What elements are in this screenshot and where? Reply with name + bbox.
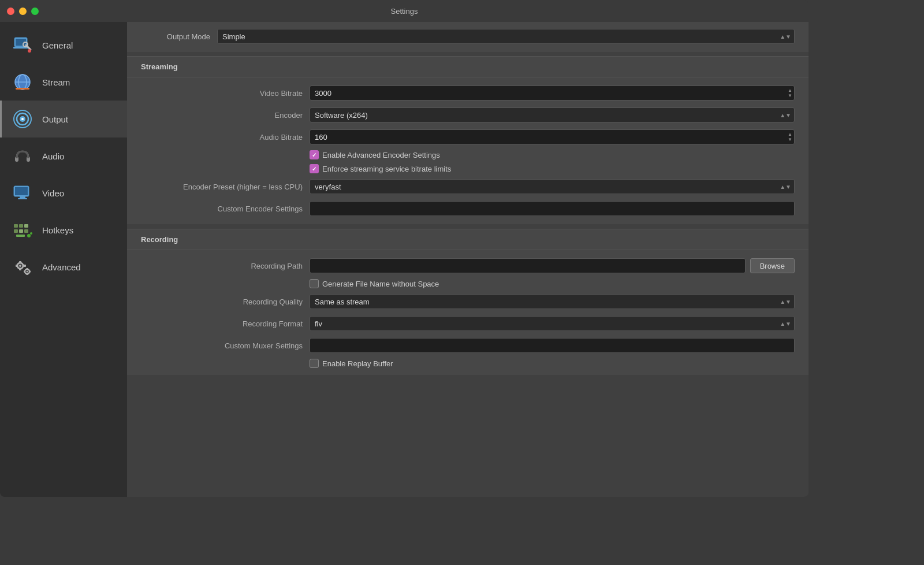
output-mode-select-wrapper: Simple Advanced ▲▼	[217, 29, 795, 44]
advanced-encoder-checkbox-wrapper: ✓ Enable Advanced Encoder Settings	[310, 150, 440, 159]
audio-label: Audio	[42, 151, 64, 161]
svg-rect-20	[18, 198, 27, 199]
sidebar-item-stream[interactable]: Stream	[0, 64, 127, 101]
svg-rect-35	[24, 265, 26, 267]
main-container: General Stream	[0, 22, 808, 497]
encoder-row: Encoder Software (x264) Hardware (NVENC)…	[127, 104, 808, 126]
browse-button[interactable]: Browse	[750, 258, 795, 273]
replay-buffer-checkbox[interactable]	[310, 359, 319, 368]
svg-point-29	[30, 232, 32, 235]
generate-filename-checkbox[interactable]	[310, 279, 319, 288]
encoder-preset-select[interactable]: veryfast fast medium slow	[310, 179, 795, 194]
svg-rect-32	[19, 261, 21, 263]
enforce-bitrate-label: Enforce streaming service bitrate limits	[322, 165, 451, 173]
audio-bitrate-input[interactable]	[310, 129, 795, 144]
custom-muxer-label: Custom Muxer Settings	[141, 341, 303, 350]
output-icon	[11, 107, 34, 131]
recording-quality-select[interactable]: Same as stream High Quality, Medium File…	[310, 294, 795, 309]
svg-rect-39	[27, 273, 28, 275]
svg-rect-33	[19, 268, 21, 270]
up-arrow-icon[interactable]: ▲	[788, 88, 792, 93]
video-bitrate-control: ▲ ▼	[310, 86, 795, 101]
recording-format-select[interactable]: flv mp4 mov mkv ts m3u8	[310, 316, 795, 331]
titlebar: Settings	[0, 0, 808, 22]
recording-format-row: Recording Format flv mp4 mov mkv ts m3u8…	[127, 313, 808, 334]
video-label: Video	[42, 188, 64, 198]
encoder-control: Software (x264) Hardware (NVENC) ▲▼	[310, 107, 795, 122]
hotkeys-label: Hotkeys	[42, 225, 73, 235]
down-arrow-icon[interactable]: ▼	[788, 94, 792, 98]
custom-encoder-input[interactable]	[310, 201, 795, 216]
svg-point-37	[27, 271, 28, 273]
custom-muxer-input[interactable]	[310, 338, 795, 353]
recording-path-control: Browse	[310, 258, 795, 273]
encoder-preset-row: Encoder Preset (higher = less CPU) veryf…	[127, 176, 808, 198]
video-icon	[11, 181, 34, 205]
svg-rect-22	[19, 224, 23, 228]
close-button[interactable]	[7, 8, 14, 15]
output-label: Output	[42, 114, 68, 124]
audio-icon	[11, 144, 34, 168]
sidebar-item-video[interactable]: Video	[0, 174, 127, 211]
audio-bitrate-control: ▲ ▼	[310, 129, 795, 144]
enforce-bitrate-row: ✓ Enforce streaming service bitrate limi…	[127, 162, 808, 176]
svg-rect-27	[16, 235, 25, 237]
encoder-preset-select-wrapper: veryfast fast medium slow ▲▼	[310, 179, 795, 194]
advanced-icon	[11, 255, 34, 278]
svg-rect-38	[27, 268, 28, 270]
encoder-preset-label: Encoder Preset (higher = less CPU)	[141, 183, 303, 191]
svg-rect-41	[29, 271, 31, 273]
general-label: General	[42, 40, 73, 50]
advanced-encoder-row: ✓ Enable Advanced Encoder Settings	[127, 148, 808, 162]
up-arrow-icon[interactable]: ▲	[788, 132, 792, 137]
sidebar-item-audio[interactable]: Audio	[0, 137, 127, 174]
recording-quality-label: Recording Quality	[141, 298, 303, 306]
general-icon	[11, 34, 34, 57]
recording-form: Recording Path Browse Generate File Name…	[127, 250, 808, 375]
check-icon: ✓	[312, 152, 316, 158]
replay-buffer-row: Enable Replay Buffer	[127, 356, 808, 370]
streaming-section-header: Streaming	[127, 56, 808, 77]
hotkeys-icon	[11, 218, 34, 241]
stream-icon	[11, 70, 34, 94]
svg-rect-40	[24, 271, 25, 273]
sidebar-item-output[interactable]: Output	[0, 101, 127, 137]
custom-encoder-row: Custom Encoder Settings	[127, 198, 808, 220]
recording-format-control: flv mp4 mov mkv ts m3u8 ▲▼	[310, 316, 795, 331]
content-area: Output Mode Simple Advanced ▲▼ Streaming…	[127, 22, 808, 497]
audio-bitrate-arrows: ▲ ▼	[788, 132, 792, 142]
enforce-bitrate-checkbox-wrapper: ✓ Enforce streaming service bitrate limi…	[310, 164, 451, 173]
generate-filename-row: Generate File Name without Space	[127, 277, 808, 291]
sidebar-item-hotkeys[interactable]: Hotkeys	[0, 211, 127, 248]
video-bitrate-row: Video Bitrate ▲ ▼	[127, 82, 808, 104]
replay-buffer-checkbox-wrapper: Enable Replay Buffer	[310, 359, 393, 368]
sidebar-item-general[interactable]: General	[0, 27, 127, 64]
recording-format-select-wrapper: flv mp4 mov mkv ts m3u8 ▲▼	[310, 316, 795, 331]
video-bitrate-arrows: ▲ ▼	[788, 88, 792, 98]
svg-rect-23	[24, 224, 28, 228]
advanced-encoder-checkbox[interactable]: ✓	[310, 150, 319, 159]
down-arrow-icon[interactable]: ▼	[788, 137, 792, 142]
video-bitrate-label: Video Bitrate	[141, 89, 303, 98]
minimize-button[interactable]	[19, 8, 27, 15]
recording-path-wrapper: Browse	[310, 258, 795, 273]
enforce-bitrate-checkbox[interactable]: ✓	[310, 164, 319, 173]
encoder-preset-control: veryfast fast medium slow ▲▼	[310, 179, 795, 194]
svg-rect-24	[14, 229, 18, 233]
svg-point-31	[19, 265, 21, 267]
audio-bitrate-spinbox-wrapper: ▲ ▼	[310, 129, 795, 144]
audio-bitrate-label: Audio Bitrate	[141, 133, 303, 142]
output-mode-select[interactable]: Simple Advanced	[217, 29, 795, 44]
maximize-button[interactable]	[31, 8, 39, 15]
svg-rect-34	[16, 265, 18, 267]
encoder-select[interactable]: Software (x264) Hardware (NVENC)	[310, 107, 795, 122]
video-bitrate-input[interactable]	[310, 86, 795, 101]
recording-path-input[interactable]	[310, 258, 746, 273]
encoder-select-wrapper: Software (x264) Hardware (NVENC) ▲▼	[310, 107, 795, 122]
advanced-label: Advanced	[42, 262, 81, 272]
sidebar-item-advanced[interactable]: Advanced	[0, 248, 127, 285]
encoder-label: Encoder	[141, 111, 303, 120]
svg-rect-25	[19, 229, 23, 233]
video-bitrate-spinbox-wrapper: ▲ ▼	[310, 86, 795, 101]
svg-rect-10	[16, 88, 29, 90]
